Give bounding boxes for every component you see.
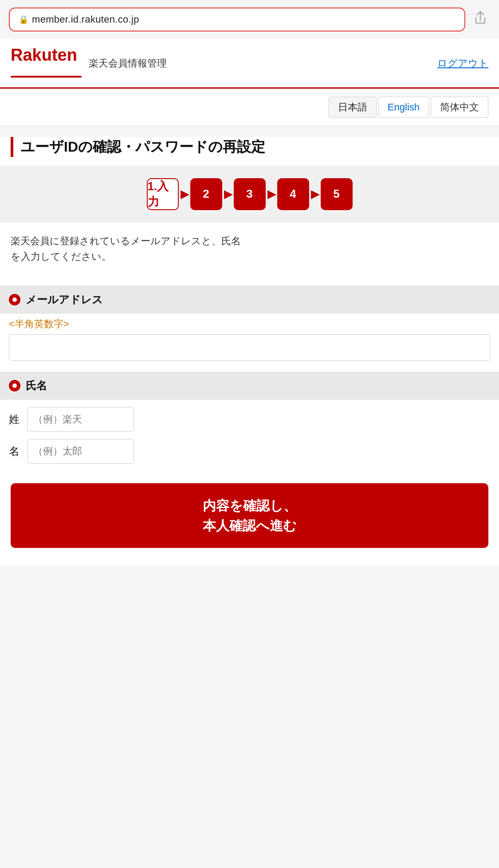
name-required-icon [9,380,20,391]
step-2-label: 2 [203,187,209,201]
name-field-container: 姓 名 [0,400,499,471]
logo-underline [11,76,82,78]
last-name-input[interactable] [28,407,134,432]
submit-button[interactable]: 内容を確認し、本人確認へ進む [11,483,488,548]
step-arrow-2: ▶ [224,188,232,200]
browser-bar: 🔒 member.id.rakuten.co.jp [0,0,499,39]
share-icon [474,14,487,27]
step-1: 1.入力 [147,178,179,210]
site-header: Rakuten 楽天会員情報管理 ログアウト [0,39,499,89]
lang-japanese-button[interactable]: 日本語 [329,97,377,118]
step-1-label: 1.入力 [148,179,178,210]
lang-english-button[interactable]: English [378,97,429,118]
lock-icon: 🔒 [19,15,28,24]
first-name-row: 名 [9,439,490,464]
site-subtitle: 楽天会員情報管理 [89,57,167,70]
name-field-header: 氏名 [0,371,499,400]
form-section: 楽天会員に登録されているメールアドレスと、氏名を入力してください。 [0,223,499,285]
language-selector: 日本語 English 简体中文 [0,89,499,126]
form-description: 楽天会員に登録されているメールアドレスと、氏名を入力してください。 [11,233,488,264]
rakuten-logo: Rakuten [11,47,82,80]
submit-section: 内容を確認し、本人確認へ進む [0,471,499,566]
name-field-group: 氏名 姓 名 [0,371,499,471]
step-4-label: 4 [290,187,296,201]
step-arrow-3: ▶ [267,188,275,200]
step-5-label: 5 [333,187,339,201]
step-3: 3 [234,178,266,210]
page-title: ユーザIDの確認・パスワードの再設定 [20,137,488,157]
email-input-wrapper: <半角英数字> [0,314,499,370]
share-button[interactable] [471,7,490,31]
email-required-icon [9,294,20,305]
url-bar[interactable]: 🔒 member.id.rakuten.co.jp [9,8,465,31]
email-hint: <半角英数字> [9,317,490,334]
first-name-input[interactable] [28,439,134,464]
first-name-label: 名 [9,444,22,458]
step-arrow-1: ▶ [181,188,189,200]
last-name-row: 姓 [9,407,490,432]
email-field-label: メールアドレス [26,293,103,307]
last-name-label: 姓 [9,412,22,426]
step-2: 2 [190,178,222,210]
steps-container: 1.入力 ▶ 2 ▶ 3 ▶ 4 ▶ 5 [11,178,488,210]
email-field-group: メールアドレス <半角英数字> [0,285,499,370]
email-field-header: メールアドレス [0,285,499,314]
header-left: Rakuten 楽天会員情報管理 [11,47,167,80]
main-content: ユーザIDの確認・パスワードの再設定 1.入力 ▶ 2 ▶ 3 ▶ 4 ▶ 5 [0,137,499,566]
url-text: member.id.rakuten.co.jp [32,14,139,25]
name-field-label: 氏名 [26,379,47,393]
email-input[interactable] [9,334,490,361]
step-5: 5 [321,178,353,210]
step-3-label: 3 [246,187,252,201]
page-title-section: ユーザIDの確認・パスワードの再設定 [11,137,488,157]
step-arrow-4: ▶ [311,188,319,200]
step-4: 4 [277,178,309,210]
lang-chinese-button[interactable]: 简体中文 [431,97,488,118]
logout-button[interactable]: ログアウト [437,57,488,70]
